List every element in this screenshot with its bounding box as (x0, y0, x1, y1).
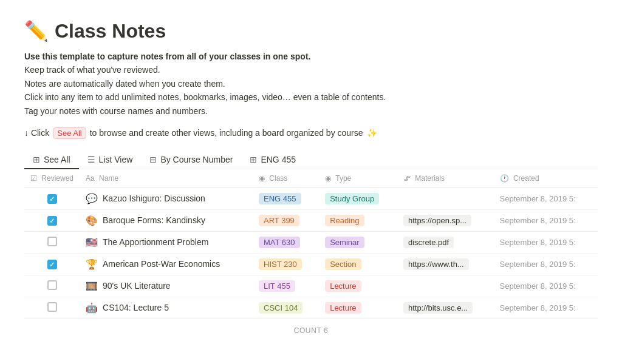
type-badge: Reading (325, 215, 364, 226)
reviewed-cell (24, 231, 80, 253)
created-text: September 8, 2019 5: (500, 281, 576, 291)
tab-eng455-icon: ⊞ (250, 155, 257, 164)
checkbox-5[interactable] (47, 280, 57, 290)
class-cell: CSCI 104 (253, 297, 319, 318)
checkbox-4[interactable] (47, 260, 57, 269)
materials-cell: discrete.pdf (397, 231, 494, 253)
reviewed-cell (24, 253, 80, 275)
materials-cell: https://www.th... (397, 253, 494, 275)
reviewed-cell (24, 187, 80, 209)
type-badge: Section (325, 258, 361, 270)
reviewed-cell (24, 275, 80, 297)
col-materials: 🖇 Materials (397, 169, 494, 188)
materials-link[interactable]: http://bits.usc.e... (403, 302, 473, 314)
header: ✏️ Class Notes Use this template to capt… (24, 19, 598, 118)
tab-by-course-number-icon: ⊟ (149, 155, 157, 164)
class-badge: ART 399 (259, 215, 299, 226)
type-cell: Reading (319, 209, 397, 231)
table-row: 🏆American Post-War EconomicsHIST 230Sect… (24, 253, 598, 275)
materials-cell: https://open.sp... (397, 209, 494, 231)
col-created: 🕐 Created (494, 169, 598, 188)
type-badge: Seminar (325, 237, 364, 248)
checkbox-1[interactable] (47, 194, 57, 204)
col-type: ◉ Type (319, 169, 397, 188)
description: Use this template to capture notes from … (24, 50, 598, 118)
col-reviewed: ☑ Reviewed (24, 169, 80, 188)
row-emoji: 🎞️ (86, 280, 98, 292)
type-cell: Lecture (319, 275, 397, 297)
table-row: 💬Kazuo Ishiguro: DiscussionENG 455Study … (24, 187, 598, 209)
table-row: 🇺🇸The Apportionment ProblemMAT 630Semina… (24, 231, 598, 253)
created-text: September 8, 2019 5: (500, 260, 576, 269)
row-name: Baroque Forms: Kandinsky (103, 215, 205, 225)
table-row: 🤖CS104: Lecture 5CSCI 104Lecturehttp://b… (24, 297, 598, 318)
tab-see-all-label: See All (44, 155, 70, 164)
row-name: Kazuo Ishiguro: Discussion (103, 194, 205, 203)
desc-line4: Click into any item to add unlimited not… (24, 90, 598, 104)
tab-list-view[interactable]: ☰ List View (79, 151, 142, 169)
tab-see-all[interactable]: ⊞ See All (24, 151, 79, 169)
table-container: ☑ Reviewed Aa Name ◉ Class ◉ Type 🖇 Mate… (24, 169, 598, 342)
row-name: 90's UK Literature (103, 281, 171, 291)
tabs-bar: ⊞ See All ☰ List View ⊟ By Course Number… (24, 151, 598, 169)
row-emoji: 🎨 (86, 215, 98, 226)
row-name: CS104: Lecture 5 (103, 303, 169, 312)
name-cell[interactable]: 🏆American Post-War Economics (80, 253, 253, 275)
type-cell: Section (319, 253, 397, 275)
row-emoji: 🏆 (86, 258, 98, 270)
checkbox-6[interactable] (47, 302, 57, 312)
materials-link[interactable]: discrete.pdf (403, 237, 454, 248)
class-badge: MAT 630 (259, 237, 300, 248)
class-badge: HIST 230 (259, 258, 302, 270)
row-emoji: 💬 (86, 193, 98, 204)
reviewed-cell (24, 297, 80, 318)
name-cell[interactable]: 🎞️90's UK Literature (80, 275, 253, 297)
col-name: Aa Name (80, 169, 253, 188)
main-table: ☑ Reviewed Aa Name ◉ Class ◉ Type 🖇 Mate… (24, 169, 598, 319)
class-cell: LIT 455 (253, 275, 319, 297)
page-title: ✏️ Class Notes (24, 19, 598, 42)
see-all-badge[interactable]: See All (53, 127, 86, 139)
tab-see-all-icon: ⊞ (33, 155, 40, 164)
row-emoji: 🇺🇸 (86, 237, 98, 248)
created-cell: September 8, 2019 5: (494, 209, 598, 231)
name-cell[interactable]: 💬Kazuo Ishiguro: Discussion (80, 187, 253, 209)
created-text: September 8, 2019 5: (500, 216, 576, 225)
class-badge: ENG 455 (259, 193, 301, 204)
materials-cell (397, 275, 494, 297)
type-cell: Lecture (319, 297, 397, 318)
class-badge: CSCI 104 (259, 302, 302, 314)
checkbox-3[interactable] (47, 237, 57, 246)
materials-link[interactable]: https://www.th... (403, 258, 469, 270)
tab-eng455[interactable]: ⊞ ENG 455 (241, 151, 304, 169)
tab-by-course-number-label: By Course Number (160, 155, 233, 164)
hint-text: to browse and create other views, includ… (90, 128, 363, 138)
row-name: American Post-War Economics (103, 259, 220, 269)
hint-arrow: ↓ Click (24, 128, 49, 138)
type-badge: Lecture (325, 280, 361, 292)
name-cell[interactable]: 🇺🇸The Apportionment Problem (80, 231, 253, 253)
table-header-row: ☑ Reviewed Aa Name ◉ Class ◉ Type 🖇 Mate… (24, 169, 598, 188)
materials-link[interactable]: https://open.sp... (403, 215, 471, 226)
class-cell: ART 399 (253, 209, 319, 231)
name-cell[interactable]: 🤖CS104: Lecture 5 (80, 297, 253, 318)
created-cell: September 8, 2019 5: (494, 187, 598, 209)
name-cell[interactable]: 🎨Baroque Forms: Kandinsky (80, 209, 253, 231)
type-cell: Study Group (319, 187, 397, 209)
table-row: 🎞️90's UK LiteratureLIT 455LectureSeptem… (24, 275, 598, 297)
desc-line3: Notes are automatically dated when you c… (24, 77, 598, 90)
materials-cell (397, 187, 494, 209)
type-badge: Lecture (325, 302, 361, 314)
created-cell: September 8, 2019 5: (494, 231, 598, 253)
created-cell: September 8, 2019 5: (494, 297, 598, 318)
created-text: September 8, 2019 5: (500, 194, 576, 203)
desc-line1: Use this template to capture notes from … (24, 52, 310, 61)
created-cell: September 8, 2019 5: (494, 275, 598, 297)
checkbox-2[interactable] (47, 216, 57, 226)
reviewed-cell (24, 209, 80, 231)
type-badge: Study Group (325, 193, 379, 204)
row-name: The Apportionment Problem (103, 237, 208, 247)
title-text: Class Notes (55, 20, 166, 42)
tab-by-course-number[interactable]: ⊟ By Course Number (141, 151, 241, 169)
created-cell: September 8, 2019 5: (494, 253, 598, 275)
